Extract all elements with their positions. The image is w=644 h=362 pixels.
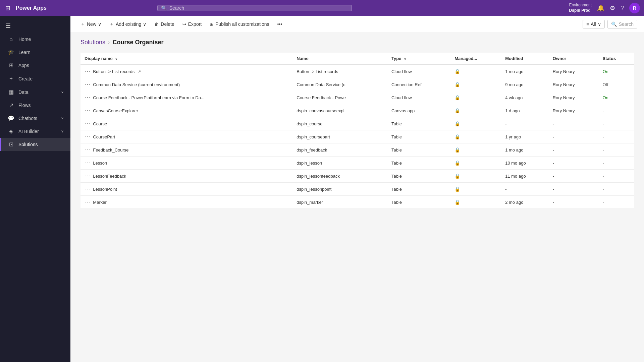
chevron-down-icon: ∨: [98, 21, 101, 27]
display-name-value[interactable]: Button -> List records: [93, 69, 135, 74]
chevron-down-icon: ∨: [143, 21, 146, 27]
cell-owner: Rory Neary: [549, 104, 599, 117]
lock-icon: 🔒: [454, 108, 460, 113]
avatar[interactable]: R: [629, 3, 640, 13]
cell-display-name: ··· Feedback_Course: [80, 143, 292, 157]
row-actions-button[interactable]: ···: [85, 186, 91, 192]
cell-modified: -: [501, 183, 549, 196]
row-actions-button[interactable]: ···: [85, 121, 91, 127]
lock-icon: 🔒: [454, 173, 460, 179]
lock-icon: 🔒: [454, 199, 460, 205]
new-button[interactable]: ＋ New ∨: [77, 19, 105, 29]
cell-owner: -: [549, 130, 599, 143]
delete-button[interactable]: 🗑 Delete: [151, 19, 177, 29]
cell-owner: -: [549, 196, 599, 209]
cell-status: -: [598, 117, 634, 130]
display-name-value[interactable]: Common Data Service (current environment…: [93, 82, 180, 87]
settings-icon[interactable]: ⚙: [610, 4, 615, 12]
name-value: dspin_course: [297, 121, 322, 126]
sidebar-item-chatbots[interactable]: 💬 Chatbots ∨: [0, 112, 70, 125]
row-actions-button[interactable]: ···: [85, 173, 91, 179]
more-button[interactable]: •••: [274, 19, 286, 29]
global-search[interactable]: 🔍: [157, 5, 352, 11]
sidebar-toggle[interactable]: ☰: [0, 19, 70, 33]
sidebar-item-flows[interactable]: ↗ Flows: [0, 99, 70, 112]
col-header-display-name[interactable]: Display name ∨: [80, 53, 292, 65]
row-actions-button[interactable]: ···: [85, 68, 91, 74]
table-header-row: Display name ∨ Name Type ∨ Managed...: [80, 53, 634, 65]
sidebar-item-label: Create: [18, 76, 33, 81]
row-actions-button[interactable]: ···: [85, 81, 91, 87]
environment-name: Dspin Prod: [569, 8, 592, 13]
sidebar-item-data[interactable]: ▦ Data ∨: [0, 85, 70, 99]
display-name-value[interactable]: CanvasCourseExplorer: [93, 108, 138, 113]
sidebar-item-home[interactable]: ⌂ Home: [0, 33, 70, 46]
help-icon[interactable]: ?: [621, 5, 624, 12]
cell-name: dspin_lesson: [292, 157, 387, 170]
cell-modified: 1 yr ago: [501, 130, 549, 143]
sidebar-item-solutions[interactable]: ⊡ Solutions: [0, 138, 70, 151]
cell-owner: -: [549, 117, 599, 130]
cell-status: -: [598, 143, 634, 157]
solutions-icon: ⊡: [8, 141, 14, 147]
global-search-input[interactable]: [169, 5, 348, 11]
cell-display-name: ··· CanvasCourseExplorer: [80, 104, 292, 117]
cell-owner: -: [549, 183, 599, 196]
sidebar-item-create[interactable]: ＋ Create: [0, 72, 70, 85]
add-existing-icon: ＋: [109, 21, 114, 27]
cell-type: Table: [387, 143, 450, 157]
table-row: ··· Course Feedback - PowerPlatformLearn…: [80, 91, 634, 104]
cell-managed: 🔒: [450, 117, 501, 130]
col-header-status: Status: [598, 53, 634, 65]
cell-status: -: [598, 157, 634, 170]
display-name-value[interactable]: LessonFeedback: [93, 174, 126, 179]
display-name-value[interactable]: Marker: [93, 200, 106, 205]
chevron-down-icon: ∨: [61, 116, 64, 120]
cell-status: -: [598, 170, 634, 183]
row-actions-button[interactable]: ···: [85, 147, 91, 153]
waffle-icon[interactable]: ⊞: [4, 3, 12, 13]
name-value: dspin_lessonfeedback: [297, 174, 340, 179]
display-name-value[interactable]: Feedback_Course: [93, 147, 128, 153]
status-badge: On: [602, 69, 608, 74]
cell-managed: 🔒: [450, 183, 501, 196]
breadcrumb-parent[interactable]: Solutions: [80, 39, 105, 46]
table-search[interactable]: 🔍 Search: [607, 20, 637, 28]
row-actions-button[interactable]: ···: [85, 95, 91, 101]
display-name-value[interactable]: Course Feedback - PowerPlatformLearn via…: [93, 95, 204, 100]
display-name-value[interactable]: Lesson: [93, 161, 107, 166]
sidebar-item-label: Data: [18, 89, 29, 95]
sort-icon: ∨: [115, 57, 117, 61]
cell-modified: 2 mo ago: [501, 196, 549, 209]
col-header-name: Name: [292, 53, 387, 65]
row-actions-button[interactable]: ···: [85, 160, 91, 166]
export-button[interactable]: ↦ Export: [179, 19, 205, 29]
lock-icon: 🔒: [454, 82, 460, 87]
cell-display-name: ··· LessonPoint: [80, 183, 292, 196]
col-header-owner: Owner: [549, 53, 599, 65]
cell-display-name: ··· Lesson: [80, 157, 292, 170]
display-name-value[interactable]: LessonPoint: [93, 187, 117, 192]
cell-modified: 10 mo ago: [501, 157, 549, 170]
sidebar-item-ai-builder[interactable]: ◈ AI Builder ∨: [0, 125, 70, 138]
table-row: ··· LessonFeedback dspin_lessonfeedbackT…: [80, 170, 634, 183]
add-existing-button[interactable]: ＋ Add existing ∨: [106, 19, 150, 29]
table-row: ··· Marker dspin_markerTable🔒2 mo ago--: [80, 196, 634, 209]
sidebar-item-learn[interactable]: 🎓 Learn: [0, 46, 70, 59]
notifications-icon[interactable]: 🔔: [597, 4, 604, 12]
row-actions-button[interactable]: ···: [85, 199, 91, 205]
row-actions-button[interactable]: ···: [85, 134, 91, 140]
display-name-value[interactable]: CoursePart: [93, 134, 115, 139]
trash-icon: 🗑: [154, 21, 159, 27]
filter-button[interactable]: ≡ All ∨: [583, 20, 605, 28]
cell-status: -: [598, 130, 634, 143]
display-name-value[interactable]: Course: [93, 121, 107, 126]
name-value: Course Feedback - Powe: [297, 95, 346, 100]
publish-button[interactable]: ⊞ Publish all customizations: [206, 19, 272, 29]
row-actions-button[interactable]: ···: [85, 108, 91, 114]
sidebar-item-apps[interactable]: ⊞ Apps: [0, 59, 70, 72]
cell-type: Table: [387, 157, 450, 170]
col-header-type[interactable]: Type ∨: [387, 53, 450, 65]
cell-type: Table: [387, 170, 450, 183]
cell-name: dspin_canvascourseexpl: [292, 104, 387, 117]
